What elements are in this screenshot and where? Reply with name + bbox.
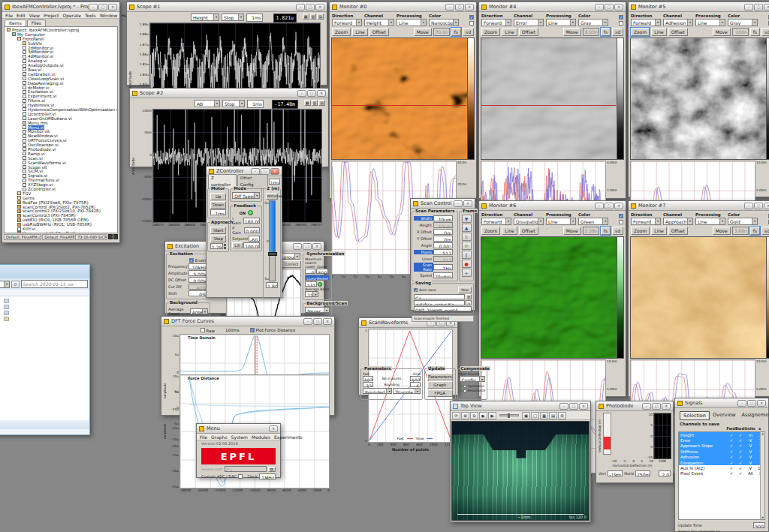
minimize-button[interactable]: – <box>744 4 753 11</box>
titlebar[interactable]: Scope #2 –▢✕ <box>130 89 328 98</box>
scan-param-field[interactable]: 1Hz <box>433 264 453 270</box>
fullscreen-icon[interactable]: □ <box>531 412 539 419</box>
minimize-button[interactable]: – <box>445 4 454 11</box>
syncpoint-value[interactable]: 231 <box>305 281 317 287</box>
offset-button[interactable]: Offset <box>519 227 538 235</box>
channel-row[interactable]: Adhesion✓✓V1 <box>679 455 764 460</box>
titlebar[interactable]: DFT Force Curves –▢✕ <box>161 317 334 326</box>
sd-button[interactable]: sd <box>612 28 623 36</box>
save-path-field[interactable]: C:\ <box>414 294 465 299</box>
close-button[interactable]: ✕ <box>614 4 623 11</box>
overlay-checkbox[interactable] <box>469 21 474 26</box>
minimize-button[interactable]: – <box>595 4 604 11</box>
close-button[interactable]: ✕ <box>662 403 671 410</box>
approach-value[interactable]: 1.29 <box>210 243 223 249</box>
excitation-field[interactable]: 10kHz <box>188 263 208 269</box>
offset-button[interactable]: Offset <box>519 28 538 36</box>
titlebar[interactable]: Monitor #4 –▢✕ <box>479 2 626 12</box>
titlebar[interactable]: Menu ✕ <box>197 424 280 434</box>
move-button[interactable]: Move <box>414 28 432 36</box>
scan-param-field[interactable]: 0m <box>433 236 453 242</box>
titlebar[interactable]: Monitor #6 –▢✕ <box>479 201 626 211</box>
enable-checkbox[interactable]: ✓ <box>189 258 194 263</box>
channel-row[interactable]: Height✓✓m1 <box>679 432 764 437</box>
palette-icon[interactable]: ▤ <box>318 100 325 106</box>
status-tab[interactable]: Default_FlexAFM.par <box>42 234 74 240</box>
excitation-field[interactable]: 40% <box>188 284 208 290</box>
close-button[interactable]: ✕ <box>323 318 332 325</box>
titlebar[interactable]: Monitor #5 –▢✕ <box>629 2 769 12</box>
rounded-select[interactable]: Rounded▾ <box>363 388 392 394</box>
maximize-button[interactable]: ▢ <box>455 4 464 11</box>
scan-param-field[interactable]: 10um <box>433 222 453 228</box>
processing-select[interactable]: Line▾ <box>546 218 576 225</box>
frame-button[interactable]: ▼ <box>462 215 472 223</box>
withdraw-button[interactable]: Withdraw <box>266 193 278 200</box>
offset-button[interactable]: Offset <box>668 227 688 235</box>
status-tab[interactable]: Default_FlexAFM.chart <box>4 234 41 240</box>
minimize-button[interactable]: – <box>737 400 746 407</box>
menu-item[interactable]: View <box>29 13 40 17</box>
minimize-button[interactable]: – <box>293 243 302 250</box>
plot-fd-checkbox[interactable]: ✓ <box>250 328 255 332</box>
minimize-button[interactable]: – <box>303 318 312 325</box>
close-button[interactable]: ✕ <box>463 200 472 207</box>
close-button[interactable]: ✕ <box>465 4 474 11</box>
close-button[interactable]: ✕ <box>614 203 623 209</box>
fast-rounding-field[interactable]: 32 <box>363 382 373 387</box>
setpoint-field[interactable]: -60.00mV <box>249 236 260 242</box>
camera-view[interactable]: ~1mm fps 120.0 <box>451 421 590 521</box>
line-button[interactable]: Line <box>352 28 368 36</box>
minimize-button[interactable]: – <box>744 203 753 209</box>
rate-stepper[interactable]: 1ms <box>247 100 264 108</box>
pattern-field[interactable]: <date>_exp<#> <box>414 300 465 305</box>
motor-down-button[interactable]: Down <box>210 201 226 209</box>
overlay-checkbox[interactable]: ✓ <box>469 15 474 20</box>
zoom-button[interactable]: Zoom <box>631 28 650 36</box>
lift-field[interactable]: 100.00nm <box>243 242 260 248</box>
excitation-field[interactable]: 0.00V <box>188 277 208 283</box>
tab-items[interactable]: Items <box>5 20 26 26</box>
frame-button[interactable]: ⇅ <box>462 233 472 241</box>
igain-field[interactable]: 160.000m <box>243 218 261 224</box>
brightness-slider[interactable] <box>499 414 519 416</box>
scan-param-field[interactable]: 10um <box>433 215 453 221</box>
upper-field[interactable]: 500 <box>316 269 328 274</box>
slow-points-field[interactable]: 1024 <box>410 376 421 381</box>
zoom-button[interactable]: Zoom <box>631 227 650 235</box>
maximize-button[interactable]: ▢ <box>754 4 763 11</box>
move-button[interactable]: Move <box>713 227 731 235</box>
processing-select[interactable]: Line▾ <box>546 19 576 26</box>
motor-up-button[interactable]: Up <box>210 193 226 200</box>
titlebar[interactable]: Scope #1 –▢✕ <box>127 2 327 12</box>
minimize-button[interactable]: – <box>297 90 306 97</box>
feedback-led[interactable] <box>248 210 253 215</box>
browse-folder-icon[interactable]: ▤ <box>466 294 472 299</box>
overlay-checkbox[interactable]: ✓ <box>619 214 623 218</box>
palette-icon[interactable]: ▥ <box>312 100 318 106</box>
settings-icon[interactable]: ⚙ <box>558 412 566 419</box>
maximize-button[interactable]: ▢ <box>569 403 578 410</box>
fs-button[interactable]: fs <box>451 28 461 36</box>
custom-adc-dac-checkbox[interactable] <box>238 474 243 479</box>
maximize-button[interactable]: ▢ <box>303 243 312 250</box>
color-select[interactable]: Gray▾ <box>578 19 608 26</box>
close-button[interactable]: ✕ <box>764 4 769 11</box>
titlebar[interactable]: Monitor #7 –▢✕ <box>629 201 769 211</box>
palette-icon[interactable]: ▥ <box>310 14 317 20</box>
maximize-button[interactable]: ▢ <box>98 4 107 11</box>
palette-icon[interactable]: ▦ <box>303 14 309 20</box>
move-button[interactable]: Move <box>563 227 581 235</box>
processing-select[interactable]: Line▾ <box>695 218 725 225</box>
minimize-button[interactable]: – <box>595 203 604 209</box>
maximize-button[interactable]: ▢ <box>307 90 316 97</box>
grid-icon[interactable]: ▦ <box>540 412 548 419</box>
processing-select[interactable]: Line▾ <box>695 19 725 26</box>
fs-button[interactable]: fs <box>750 28 760 36</box>
close-button[interactable]: ✕ <box>108 4 117 11</box>
address-combo[interactable]: ▾ <box>0 281 10 288</box>
close-button[interactable]: ✕ <box>270 168 279 175</box>
scan-param-field[interactable]: 20um/s <box>433 272 453 278</box>
direction-select[interactable]: Forward▾ <box>332 19 362 26</box>
titlebar[interactable]: Top View –▢✕ <box>451 401 590 411</box>
